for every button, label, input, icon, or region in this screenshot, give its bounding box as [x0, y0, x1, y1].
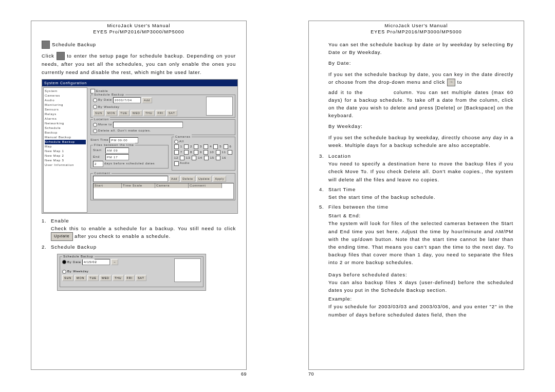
- intro-paragraph: Click to enter the setup page for schedu…: [42, 52, 236, 76]
- ss-panel: Enable Schedule Backup By Date 2003/7/04…: [88, 86, 237, 214]
- item4-body: Set the start time of the backup schedul…: [328, 193, 513, 201]
- item-5: 5. Files between the time Start & End: T…: [319, 203, 513, 319]
- header-line2: EYES Pro/MP2016/MP3000/MP5000: [309, 29, 524, 34]
- click-icon: [57, 52, 65, 60]
- item5-startend-title: Start & End:: [328, 212, 513, 219]
- arrow-button-inline: →: [447, 79, 456, 86]
- item4-title: Start Time: [328, 185, 513, 193]
- item1-body: Check this to enable a schedule for a ba…: [51, 225, 236, 241]
- page-number-right: 70: [308, 371, 314, 377]
- item5-example-body: If you schedule for 2003/03/03 and 2003/…: [328, 303, 513, 318]
- file-start-input[interactable]: AM 09: [105, 147, 129, 154]
- header-line1: MicroJack User's Manual: [31, 23, 246, 28]
- page-frame: MicroJack User's Manual EYES Pro/MP2016/…: [31, 21, 247, 370]
- comment-add-button[interactable]: Add: [169, 176, 179, 182]
- page-frame: MicroJack User's Manual EYES Pro/MP2016/…: [308, 21, 524, 370]
- bydate-title: By Date:: [328, 59, 513, 67]
- schedule-table: StartTime ScaleCameraComment: [93, 183, 234, 199]
- byweekday-body: If you set the schedule backup by weekda…: [328, 134, 513, 149]
- section-schedule-backup: Schedule Backup: [42, 41, 236, 49]
- update-button-inline: Update: [51, 232, 73, 241]
- item-2: 2. Schedule Backup: [42, 243, 236, 251]
- page-right: MicroJack User's Manual EYES Pro/MP2016/…: [278, 0, 555, 392]
- byweekday-title: By Weekday:: [328, 122, 513, 130]
- bydate-body2: add it to thecolumn. You can set multipl…: [328, 88, 513, 120]
- schedule-backup-small-screenshot: Schedule Backup By Date 4/15/02 → By Wee…: [57, 254, 206, 291]
- page-number-left: 69: [241, 371, 247, 377]
- item-1: 1. Enable Check this to enable a schedul…: [42, 217, 236, 241]
- item-3: 3. Location You need to specify a destin…: [319, 152, 513, 183]
- item5-title: Files between the time: [328, 203, 513, 211]
- add-date-button[interactable]: Add: [142, 97, 152, 103]
- moveto-radio[interactable]: [93, 123, 97, 127]
- item1-title: Enable: [51, 217, 236, 225]
- dates-column[interactable]: [206, 97, 233, 116]
- schedule-backup-icon: [42, 41, 50, 49]
- item5-days-title: Days before scheduled dates:: [328, 271, 513, 278]
- intro-rest: to enter the setup page for schedule bac…: [42, 53, 236, 75]
- item3-title: Location: [328, 152, 513, 160]
- section-title-text: Schedule Backup: [52, 41, 96, 48]
- item5-days-body: You can also backup files X days (user-d…: [328, 278, 513, 294]
- page-left: MicroJack User's Manual EYES Pro/MP2016/…: [0, 0, 278, 392]
- header-line1: MicroJack User's Manual: [309, 23, 524, 28]
- ss-titlebar: System Configuration: [42, 80, 237, 86]
- blank-column-placeholder: [363, 90, 394, 95]
- item5-example-title: Example:: [328, 295, 513, 303]
- item2-title: Schedule Backup: [51, 243, 236, 251]
- by-date-radio[interactable]: [93, 98, 97, 102]
- item5-startend-body: The system will look for files of the se…: [328, 219, 513, 266]
- header-line2: EYES Pro/MP2016/MP3000/MP5000: [31, 29, 246, 34]
- bydate-body: If you set the schedule backup by date, …: [328, 70, 513, 86]
- days-input[interactable]: 2: [93, 161, 103, 167]
- deleteall-radio[interactable]: [93, 129, 97, 133]
- file-end-input[interactable]: PM 17: [105, 154, 129, 160]
- intro-click: Click: [42, 53, 54, 59]
- ss-tree: System Cameras Audio Monitoring Sensors …: [43, 87, 87, 213]
- moveto-input[interactable]: [113, 122, 183, 128]
- comment-input[interactable]: [93, 176, 168, 182]
- date-input[interactable]: 2003/7/04: [113, 97, 141, 103]
- by-weekday-radio[interactable]: [93, 105, 97, 109]
- item-4: 4. Start Time Set the start time of the …: [319, 185, 513, 201]
- system-configuration-screenshot: System Configuration System Cameras Audi…: [42, 79, 238, 214]
- item3-body: You need to specify a destination here t…: [328, 160, 513, 183]
- p-overview: You can set the schedule backup by date …: [328, 41, 513, 56]
